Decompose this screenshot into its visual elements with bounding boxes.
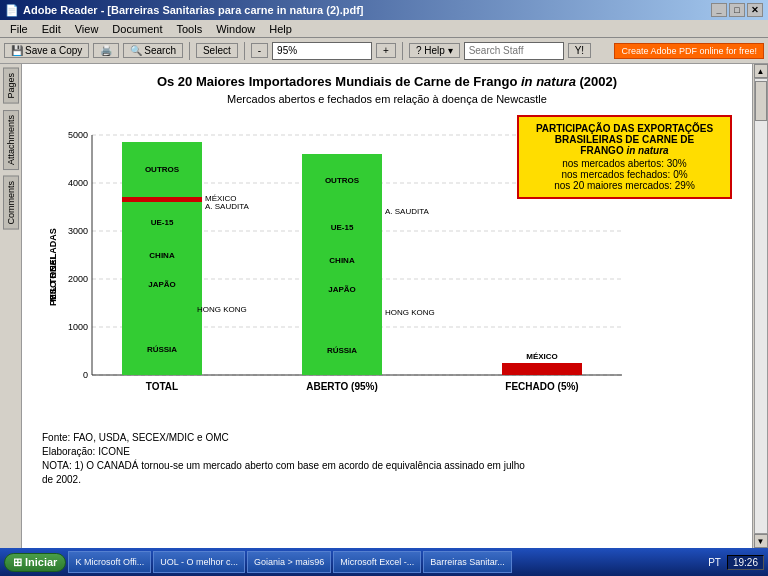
menu-window[interactable]: Window: [210, 22, 261, 36]
label-total-china: CHINA: [149, 251, 175, 260]
main-area: Pages Attachments Comments Os 20 Maiores…: [0, 64, 768, 548]
label-fechado-mexico: MÉXICO: [526, 352, 558, 361]
search-staff-input[interactable]: [464, 42, 564, 60]
zoom-out-button[interactable]: -: [251, 43, 268, 58]
zoom-in-button[interactable]: +: [376, 43, 396, 58]
separator-1: [189, 42, 190, 60]
footnote-2: Elaboração: ICONE: [42, 445, 737, 459]
zoom-input[interactable]: [272, 42, 372, 60]
label-total-mexico: MÉXICO: [205, 194, 237, 203]
label-total-ue15: UE-15: [151, 218, 174, 227]
ytick-0: 0: [83, 370, 88, 380]
scroll-thumb: [755, 81, 767, 121]
search-yahoo-button[interactable]: Y!: [568, 43, 591, 58]
bar-total-hongkong: [122, 298, 202, 322]
right-scrollbar: ▲ ▼: [752, 64, 768, 548]
title-bar-left: 📄 Adobe Reader - [Barreiras Sanitarias p…: [5, 4, 364, 17]
xlabel-total: TOTAL: [146, 381, 178, 392]
windows-logo: ⊞: [13, 556, 22, 569]
legend-line2: nos mercados fechados: 0%: [527, 169, 722, 180]
side-panel: Pages Attachments Comments: [0, 64, 22, 548]
taskbar-app-1[interactable]: UOL - O melhor c...: [153, 551, 245, 573]
legend-title: PARTICIPAÇÃO DAS EXPORTAÇÕES BRASILEIRAS…: [527, 123, 722, 156]
menu-view[interactable]: View: [69, 22, 105, 36]
taskbar-app-3[interactable]: Microsoft Excel -...: [333, 551, 421, 573]
start-button[interactable]: ⊞ Iniciar: [4, 553, 66, 572]
ytick-3000: 3000: [68, 226, 88, 236]
lang-indicator: PT: [708, 557, 721, 568]
bar-total-mexico-red: [122, 197, 202, 202]
legend-box: PARTICIPAÇÃO DAS EXPORTAÇÕES BRASILEIRAS…: [517, 115, 732, 199]
close-button[interactable]: ✕: [747, 3, 763, 17]
scroll-up-button[interactable]: ▲: [754, 64, 768, 78]
chart-area: PARTICIPAÇÃO DAS EXPORTAÇÕES BRASILEIRAS…: [42, 115, 732, 425]
taskbar-app-0[interactable]: K Microsoft Offi...: [68, 551, 151, 573]
ytick-2000: 2000: [68, 274, 88, 284]
minimize-button[interactable]: _: [711, 3, 727, 17]
label-total-japao: JAPÃO: [148, 280, 176, 289]
start-label: Iniciar: [25, 556, 57, 568]
y-axis-label-2: PESO REAL: [48, 253, 58, 306]
scroll-down-button[interactable]: ▼: [754, 534, 768, 548]
comments-tab[interactable]: Comments: [3, 176, 19, 230]
separator-3: [402, 42, 403, 60]
taskbar-app-4[interactable]: Barreiras Sanitar...: [423, 551, 512, 573]
label-total-asaudita: A. SAUDITA: [205, 202, 250, 211]
taskbar: ⊞ Iniciar K Microsoft Offi... UOL - O me…: [0, 548, 768, 576]
label-aberto-china: CHINA: [329, 256, 355, 265]
menu-help[interactable]: Help: [263, 22, 298, 36]
menu-bar: File Edit View Document Tools Window Hel…: [0, 20, 768, 38]
ytick-4000: 4000: [68, 178, 88, 188]
taskbar-right: PT 19:26: [708, 555, 764, 570]
xlabel-fechado: FECHADO (5%): [505, 381, 578, 392]
window-title: Adobe Reader - [Barreiras Sanitarias par…: [23, 4, 364, 16]
help-button[interactable]: ? Help ▾: [409, 43, 460, 58]
label-aberto-japao: JAPÃO: [328, 285, 356, 294]
pages-tab[interactable]: Pages: [3, 68, 19, 104]
label-aberto-hongkong: HONG KONG: [385, 308, 435, 317]
label-aberto-ue15: UE-15: [331, 223, 354, 232]
footnotes: Fonte: FAO, USDA, SECEX/MDIC e OMC Elabo…: [37, 431, 737, 487]
label-total-russia: RÚSSIA: [147, 345, 177, 354]
window-controls: _ □ ✕: [711, 3, 763, 17]
print-button[interactable]: 🖨️: [93, 43, 119, 58]
content-area: Os 20 Maiores Importadores Mundiais de C…: [22, 64, 752, 548]
label-total-outros: OUTROS: [145, 165, 180, 174]
bar-aberto-hongkong: [302, 303, 382, 325]
chart-title: Os 20 Maiores Importadores Mundiais de C…: [37, 74, 737, 89]
label-aberto-russia: RÚSSIA: [327, 346, 357, 355]
bar-fechado-mexico: [502, 363, 582, 375]
chart-subtitle: Mercados abertos e fechados em relação à…: [37, 93, 737, 105]
attachments-tab[interactable]: Attachments: [3, 110, 19, 170]
create-adobe-pdf-button[interactable]: Create Adobe PDF online for free!: [614, 43, 764, 59]
legend-line1: nos mercados abertos: 30%: [527, 158, 722, 169]
legend-line3: nos 20 maiores mercados: 29%: [527, 180, 722, 191]
search-button[interactable]: 🔍 Search: [123, 43, 183, 58]
menu-document[interactable]: Document: [106, 22, 168, 36]
label-total-hongkong: HONG KONG: [197, 305, 247, 314]
menu-tools[interactable]: Tools: [171, 22, 209, 36]
title-bar: 📄 Adobe Reader - [Barreiras Sanitarias p…: [0, 0, 768, 20]
ytick-1000: 1000: [68, 322, 88, 332]
footnote-4: de 2002.: [42, 473, 737, 487]
app-icon: 📄: [5, 4, 19, 17]
menu-edit[interactable]: Edit: [36, 22, 67, 36]
select-button[interactable]: Select: [196, 43, 238, 58]
clock: 19:26: [727, 555, 764, 570]
label-aberto-outros: OUTROS: [325, 176, 360, 185]
ytick-5000: 5000: [68, 130, 88, 140]
xlabel-aberto: ABERTO (95%): [306, 381, 378, 392]
menu-file[interactable]: File: [4, 22, 34, 36]
separator-2: [244, 42, 245, 60]
toolbar: 💾 Save a Copy 🖨️ 🔍 Search Select - + ? H…: [0, 38, 768, 64]
save-copy-button[interactable]: 💾 Save a Copy: [4, 43, 89, 58]
footnote-3: NOTA: 1) O CANADÁ tornou-se um mercado a…: [42, 459, 737, 473]
taskbar-app-2[interactable]: Goiania > mais96: [247, 551, 331, 573]
label-aberto-asaudita: A. SAUDITA: [385, 207, 430, 216]
footnote-1: Fonte: FAO, USDA, SECEX/MDIC e OMC: [42, 431, 737, 445]
scroll-track[interactable]: [754, 78, 768, 534]
maximize-button[interactable]: □: [729, 3, 745, 17]
